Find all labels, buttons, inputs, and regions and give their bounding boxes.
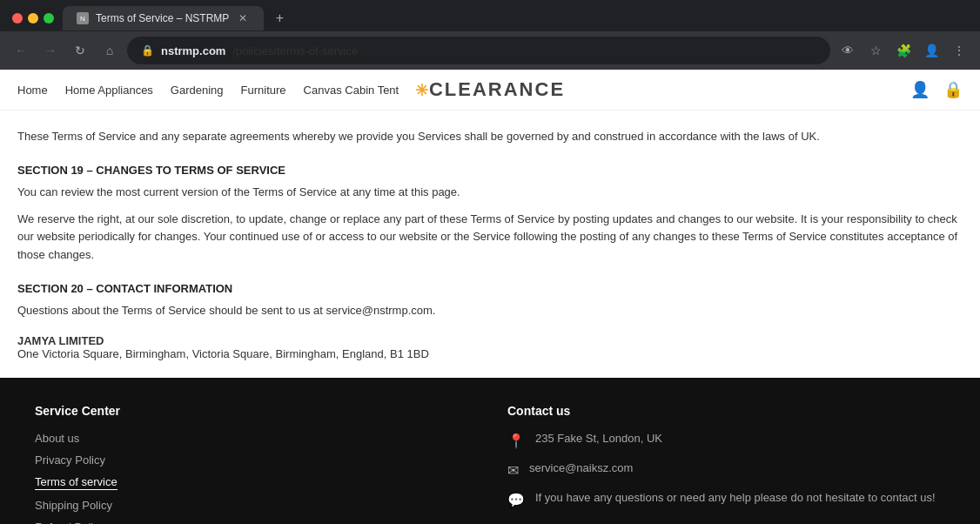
account-icon[interactable]: 👤	[919, 38, 943, 63]
contact-heading: Contact us	[507, 404, 945, 418]
header-actions: 👤 🔒	[910, 80, 963, 99]
footer-refund-policy[interactable]: Refund Policy	[35, 521, 473, 524]
email-icon: ✉	[507, 462, 519, 479]
logo-star-icon: ✳	[415, 82, 429, 99]
browser-chrome: N Terms of Service – NSTRMP ✕ + ← → ↻ ⌂ …	[0, 0, 980, 70]
service-center-heading: Service Center	[35, 404, 473, 418]
tab-close-button[interactable]: ✕	[236, 11, 250, 25]
url-path: /policies/terms-of-service	[232, 44, 358, 57]
cart-icon[interactable]: 🔒	[943, 80, 963, 99]
contact-email-row: ✉ service@naiksz.com	[507, 461, 945, 479]
nav-canvas-cabin-tent[interactable]: Canvas Cabin Tent	[304, 84, 399, 97]
user-icon[interactable]: 👤	[910, 80, 930, 99]
contact-message-row: 💬 If you have any questions or need any …	[507, 491, 945, 508]
site-header: Home Home Appliances Gardening Furniture…	[0, 70, 980, 111]
tab-title: Terms of Service – NSTRMP	[96, 12, 229, 24]
forward-button[interactable]: →	[38, 38, 63, 63]
eye-slash-icon[interactable]: 👁	[836, 38, 860, 63]
intro-paragraph: These Terms of Service and any separate …	[17, 128, 963, 146]
nav-home-appliances[interactable]: Home Appliances	[65, 84, 153, 97]
logo-text: CLEARANCE	[429, 78, 565, 100]
home-button[interactable]: ⌂	[97, 38, 122, 63]
contact-message: If you have any questions or need any he…	[535, 491, 936, 504]
company-address: One Victoria Square, Birmingham, Victori…	[17, 347, 963, 360]
reload-button[interactable]: ↻	[68, 38, 92, 63]
bookmark-icon[interactable]: ☆	[863, 38, 888, 63]
address-bar[interactable]: 🔒 nstrmp.com/policies/terms-of-service	[127, 37, 830, 64]
nav-home[interactable]: Home	[17, 84, 48, 97]
tab-bar: N Terms of Service – NSTRMP ✕ +	[0, 0, 980, 31]
window-controls[interactable]	[7, 13, 59, 24]
contact-address-row: 📍 235 Fake St, London, UK	[507, 432, 945, 449]
maximize-window-button[interactable]	[44, 13, 54, 24]
nav-gardening[interactable]: Gardening	[171, 84, 224, 97]
footer-privacy-policy[interactable]: Privacy Policy	[35, 453, 473, 467]
close-window-button[interactable]	[12, 13, 23, 24]
toolbar-actions: 👁 ☆ 🧩 👤 ⋮	[836, 38, 971, 63]
site-logo: ✳CLEARANCE	[415, 78, 565, 101]
contact-email: service@naiksz.com	[529, 461, 633, 474]
extensions-icon[interactable]: 🧩	[891, 38, 916, 63]
footer-shipping-policy[interactable]: Shipping Policy	[35, 499, 473, 512]
chat-icon: 💬	[507, 492, 525, 508]
contact-address: 235 Fake St, London, UK	[535, 432, 662, 445]
section20-title: SECTION 20 – CONTACT INFORMATION	[17, 282, 963, 295]
footer-service-center: Service Center About us Privacy Policy T…	[35, 404, 473, 524]
footer-contact: Contact us 📍 235 Fake St, London, UK ✉ s…	[507, 404, 945, 524]
site-footer: Service Center About us Privacy Policy T…	[0, 378, 980, 524]
nav-furniture[interactable]: Furniture	[241, 84, 286, 97]
section19-p1: You can review the most current version …	[17, 184, 963, 202]
menu-icon[interactable]: ⋮	[947, 38, 971, 63]
url-domain: nstrmp.com	[161, 44, 225, 57]
section20-p1: Questions about the Terms of Service sho…	[17, 302, 963, 320]
footer-terms-of-service[interactable]: Terms of service	[35, 475, 117, 490]
footer-about-us[interactable]: About us	[35, 432, 473, 445]
new-tab-button[interactable]: +	[267, 6, 292, 30]
site-nav: Home Home Appliances Gardening Furniture…	[17, 84, 399, 97]
section19-title: SECTION 19 – CHANGES TO TERMS OF SERVICE	[17, 164, 963, 177]
browser-toolbar: ← → ↻ ⌂ 🔒 nstrmp.com/policies/terms-of-s…	[0, 31, 980, 70]
tab-favicon: N	[77, 12, 89, 24]
section19-p2: We reserve the right, at our sole discre…	[17, 211, 963, 265]
back-button[interactable]: ←	[9, 38, 33, 63]
security-icon: 🔒	[141, 44, 154, 57]
page-content: These Terms of Service and any separate …	[0, 111, 980, 378]
website: Home Home Appliances Gardening Furniture…	[0, 70, 980, 524]
company-name: JAMYA LIMITED	[17, 334, 963, 347]
location-icon: 📍	[507, 433, 525, 449]
active-tab[interactable]: N Terms of Service – NSTRMP ✕	[63, 6, 264, 30]
minimize-window-button[interactable]	[28, 13, 38, 24]
